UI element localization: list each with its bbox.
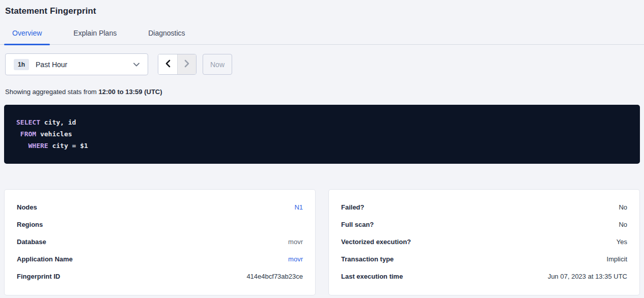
time-range-badge: 1h bbox=[14, 59, 29, 70]
time-range-dropdown[interactable]: 1h Past Hour bbox=[5, 53, 148, 75]
row-label-nodes: Nodes bbox=[17, 203, 37, 211]
aggregated-stats-text: Showing aggregated stats from 12:00 to 1… bbox=[5, 88, 644, 96]
table-row: Transaction type Implicit bbox=[341, 255, 627, 263]
sql-line: SELECT city, id bbox=[16, 116, 628, 128]
execution-attributes-card: Failed? No Full scan? No Vectorized exec… bbox=[328, 189, 640, 295]
sql-text: vehicles bbox=[36, 130, 72, 138]
database-value: movr bbox=[288, 238, 303, 246]
table-row: Last execution time Jun 07, 2023 at 13:3… bbox=[341, 273, 627, 280]
transaction-type-value: Implicit bbox=[607, 255, 627, 263]
row-label-fingerprint-id: Fingerprint ID bbox=[17, 273, 60, 280]
nodes-link[interactable]: N1 bbox=[294, 203, 303, 211]
table-row: Database movr bbox=[17, 238, 303, 246]
sql-text: city, id bbox=[40, 118, 76, 126]
time-step-button-group bbox=[158, 54, 197, 75]
sql-keyword: WHERE bbox=[28, 142, 48, 150]
chevron-down-icon bbox=[133, 63, 139, 67]
sql-statement-code: SELECT city, id FROM vehicles WHERE city… bbox=[16, 116, 628, 152]
table-row: Regions bbox=[17, 221, 303, 228]
now-button[interactable]: Now bbox=[203, 54, 232, 75]
table-row: Failed? No bbox=[341, 203, 627, 211]
fingerprint-id-value: 414e4bcf73ab23ce bbox=[246, 273, 303, 280]
row-label-vectorized-execution: Vectorized execution? bbox=[341, 238, 411, 246]
tab-overview[interactable]: Overview bbox=[4, 29, 50, 44]
time-range-label: Past Hour bbox=[36, 61, 67, 69]
row-label-regions: Regions bbox=[17, 221, 43, 228]
row-label-last-execution-time: Last execution time bbox=[341, 273, 403, 280]
row-label-application-name: Application Name bbox=[17, 255, 73, 263]
sql-keyword: SELECT bbox=[16, 118, 40, 126]
prev-time-button[interactable] bbox=[158, 54, 177, 74]
page-title: Statement Fingerprint bbox=[5, 6, 644, 16]
tab-bar: Overview Explain Plans Diagnostics bbox=[0, 29, 644, 45]
full-scan-value: No bbox=[619, 221, 627, 228]
statement-fingerprint-page: Statement Fingerprint Overview Explain P… bbox=[0, 0, 644, 298]
row-label-transaction-type: Transaction type bbox=[341, 255, 394, 263]
sql-keyword: FROM bbox=[20, 130, 36, 138]
application-name-link[interactable]: movr bbox=[288, 255, 303, 263]
tab-overview-label: Overview bbox=[12, 29, 42, 37]
vectorized-execution-value: Yes bbox=[617, 238, 627, 246]
tab-explain-plans[interactable]: Explain Plans bbox=[65, 29, 125, 44]
failed-value: No bbox=[619, 203, 627, 211]
table-row: Fingerprint ID 414e4bcf73ab23ce bbox=[17, 273, 303, 280]
table-row: Application Name movr bbox=[17, 255, 303, 263]
tab-diagnostics[interactable]: Diagnostics bbox=[140, 29, 193, 44]
chevron-right-icon bbox=[183, 59, 190, 69]
statement-details-card: Nodes N1 Regions Database movr Applicati… bbox=[4, 189, 316, 295]
row-label-database: Database bbox=[17, 238, 46, 246]
next-time-button[interactable] bbox=[177, 54, 196, 74]
table-row: Vectorized execution? Yes bbox=[341, 238, 627, 246]
table-row: Nodes N1 bbox=[17, 203, 303, 211]
sql-statement-box: SELECT city, id FROM vehicles WHERE city… bbox=[4, 105, 640, 164]
sql-line: WHERE city = $1 bbox=[16, 140, 628, 152]
tab-explain-plans-label: Explain Plans bbox=[73, 29, 117, 37]
time-controls: 1h Past Hour Now bbox=[5, 53, 644, 75]
row-label-full-scan: Full scan? bbox=[341, 221, 374, 228]
aggregated-stats-prefix: Showing aggregated stats from bbox=[5, 88, 99, 96]
aggregated-stats-range: 12:00 to 13:59 (UTC) bbox=[99, 88, 162, 96]
summary-cards: Nodes N1 Regions Database movr Applicati… bbox=[4, 189, 640, 295]
sql-text: city = $1 bbox=[48, 142, 88, 150]
table-row: Full scan? No bbox=[341, 221, 627, 228]
chevron-left-icon bbox=[164, 59, 172, 69]
row-label-failed: Failed? bbox=[341, 203, 365, 211]
last-execution-time-value: Jun 07, 2023 at 13:35 UTC bbox=[548, 273, 627, 280]
tab-diagnostics-label: Diagnostics bbox=[148, 29, 185, 37]
sql-line: FROM vehicles bbox=[16, 128, 628, 140]
